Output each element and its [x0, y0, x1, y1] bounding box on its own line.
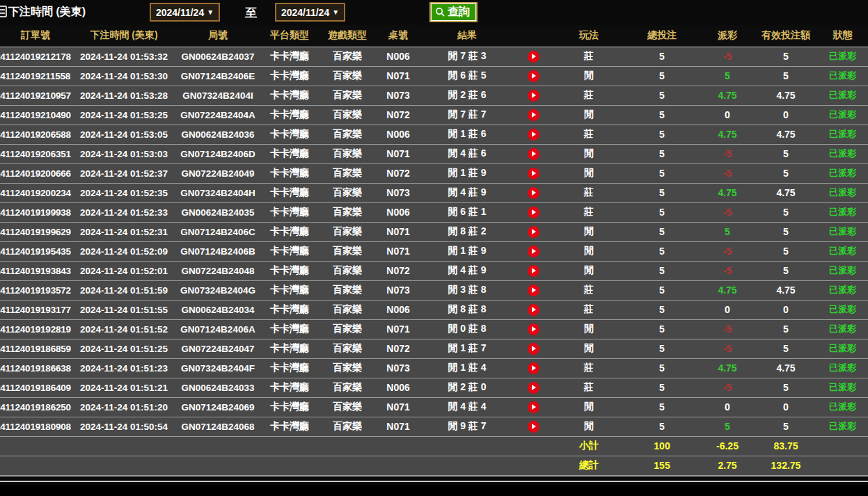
- table-row: 241124019200666 2024-11-24 01:52:37 GN07…: [0, 163, 868, 183]
- play-replay-button[interactable]: [528, 285, 539, 296]
- cell-result: 閒 1 莊 7: [422, 339, 512, 358]
- cell-table-no: N072: [374, 261, 422, 280]
- play-replay-button[interactable]: [528, 187, 539, 199]
- filter-toolbar: 下注時間 (美東) 2024/11/24 ▼ 至 2024/11/24 ▼ 查詢: [0, 0, 868, 25]
- table-row: 241124019186859 2024-11-24 01:51:25 GN07…: [0, 339, 868, 358]
- cell-order-no: 241124019195435: [0, 241, 71, 261]
- chevron-down-icon: ▼: [332, 8, 339, 16]
- cell-round-no: GN00624B24036: [177, 125, 259, 144]
- play-replay-button[interactable]: [528, 382, 539, 394]
- play-replay-button[interactable]: [528, 148, 539, 160]
- header-valid-bet: 有效投注額: [755, 25, 817, 47]
- cell-table-no: N072: [374, 105, 422, 125]
- play-replay-button[interactable]: [528, 246, 539, 257]
- cell-play-method: 莊: [554, 125, 624, 144]
- cell-play-method: 莊: [554, 280, 624, 300]
- cell-play-method: 閒: [554, 261, 624, 280]
- cell-valid-bet: 5: [755, 47, 817, 66]
- table-header: 訂單號 下注時間 (美東) 局號 平台類型 遊戲類型 桌號 結果 玩法 總投注 …: [0, 25, 868, 47]
- play-replay-button[interactable]: [528, 401, 539, 413]
- cell-bet-time: 2024-11-24 01:50:54: [71, 417, 177, 436]
- date-to-select[interactable]: 2024/11/24 ▼: [275, 3, 345, 22]
- cell-total-bet: 5: [624, 144, 700, 163]
- cell-status: 已派彩: [817, 319, 868, 339]
- play-replay-button[interactable]: [528, 51, 539, 63]
- play-replay-button[interactable]: [528, 226, 539, 238]
- cell-status: 已派彩: [817, 144, 868, 163]
- play-replay-button[interactable]: [528, 207, 539, 218]
- play-replay-button[interactable]: [528, 265, 539, 277]
- cell-payout: -5: [700, 163, 755, 183]
- cell-order-no: 241124019200234: [0, 183, 71, 202]
- cell-bet-time: 2024-11-24 01:51:21: [71, 378, 177, 397]
- play-replay-button[interactable]: [528, 168, 539, 179]
- header-round-no: 局號: [177, 25, 259, 47]
- header-bet-time: 下注時間 (美東): [71, 25, 177, 47]
- play-replay-button[interactable]: [528, 304, 539, 316]
- cell-bet-time: 2024-11-24 01:52:09: [71, 241, 177, 261]
- cell-round-no: GN07324B2404H: [177, 183, 259, 202]
- play-replay-button[interactable]: [528, 421, 539, 433]
- cell-payout: 4.75: [700, 183, 755, 202]
- cell-result: 閒 1 莊 6: [422, 125, 512, 144]
- cell-total-bet: 5: [624, 378, 700, 397]
- play-replay-button[interactable]: [528, 109, 539, 121]
- cell-play-method: 閒: [554, 339, 624, 358]
- header-game-type: 遊戲類型: [320, 25, 374, 47]
- cell-total-bet: 5: [624, 183, 700, 202]
- cell-table-no: N073: [374, 280, 422, 300]
- cell-game-type: 百家樂: [320, 105, 374, 125]
- table-footer: 小計 100 -6.25 83.75 總計 155 2.75 132.75: [0, 436, 868, 475]
- play-replay-button[interactable]: [528, 129, 539, 141]
- header-table-no: 桌號: [374, 25, 422, 47]
- header-replay: [512, 25, 554, 47]
- play-replay-button[interactable]: [528, 323, 539, 335]
- calendar-icon: [0, 6, 7, 17]
- cell-play-method: 閒: [554, 144, 624, 163]
- cell-bet-time: 2024-11-24 01:52:31: [71, 222, 177, 241]
- subtotal-row: 小計 100 -6.25 83.75: [0, 436, 868, 456]
- cell-table-no: N071: [374, 241, 422, 261]
- play-icon: [532, 248, 536, 254]
- cell-order-no: 241124019206351: [0, 144, 71, 163]
- cell-status: 已派彩: [817, 241, 868, 261]
- cell-table-no: N073: [374, 86, 422, 105]
- subtotal-payout: -6.25: [700, 436, 755, 456]
- play-icon: [532, 112, 536, 118]
- header-result: 結果: [422, 25, 512, 47]
- cell-round-no: GN00624B24033: [177, 378, 259, 397]
- cell-round-no: GN00624B24034: [177, 300, 259, 319]
- cell-order-no: 241124019180908: [0, 417, 71, 436]
- query-button[interactable]: 查詢: [429, 2, 478, 22]
- cell-game-type: 百家樂: [320, 202, 374, 222]
- table-body: 241124019212178 2024-11-24 01:53:32 GN00…: [0, 47, 868, 436]
- play-icon: [532, 131, 536, 137]
- cell-round-no: GN07124B2406C: [177, 222, 259, 241]
- cell-play-method: 莊: [554, 300, 624, 319]
- play-replay-button[interactable]: [528, 362, 539, 374]
- cell-status: 已派彩: [817, 222, 868, 241]
- play-replay-button[interactable]: [528, 90, 539, 102]
- table-row: 241124019186409 2024-11-24 01:51:21 GN00…: [0, 378, 868, 397]
- cell-valid-bet: 5: [755, 144, 817, 163]
- page-bottom-edge: [0, 476, 868, 485]
- cell-round-no: GN07224B2404A: [177, 105, 259, 125]
- cell-order-no: 241124019199629: [0, 222, 71, 241]
- cell-valid-bet: 4.75: [755, 125, 817, 144]
- table-row: 241124019193572 2024-11-24 01:51:59 GN07…: [0, 280, 868, 300]
- date-from-select[interactable]: 2024/11/24 ▼: [150, 3, 220, 22]
- cell-play-method: 莊: [554, 183, 624, 202]
- cell-payout: -5: [700, 339, 755, 358]
- cell-game-type: 百家樂: [320, 183, 374, 202]
- cell-status: 已派彩: [817, 66, 868, 86]
- play-replay-button[interactable]: [528, 70, 539, 82]
- cell-round-no: GN07324B2404F: [177, 358, 259, 378]
- cell-bet-time: 2024-11-24 01:53:05: [71, 125, 177, 144]
- play-icon: [532, 385, 536, 390]
- play-replay-button[interactable]: [528, 343, 539, 355]
- cell-table-no: N006: [374, 47, 422, 66]
- cell-payout: 0: [700, 397, 755, 417]
- cell-payout: -5: [700, 261, 755, 280]
- cell-valid-bet: 5: [755, 241, 817, 261]
- cell-game-type: 百家樂: [320, 144, 374, 163]
